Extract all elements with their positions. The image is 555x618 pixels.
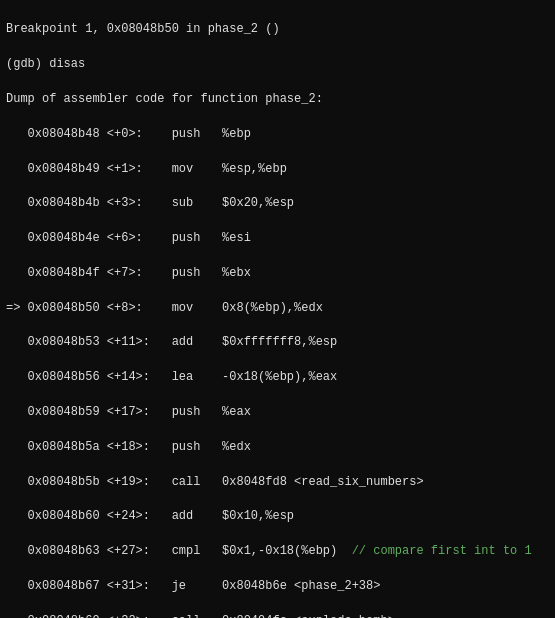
comment-compare: // compare first int to 1 bbox=[352, 544, 532, 558]
asm-line-8: 0x08048b56 <+14>: lea -0x18(%ebp),%eax bbox=[6, 369, 549, 386]
asm-line-5: 0x08048b4f <+7>: push %ebx bbox=[6, 265, 549, 282]
asm-line-7: 0x08048b53 <+11>: add $0xfffffff8,%esp bbox=[6, 334, 549, 351]
dump-header: Dump of assembler code for function phas… bbox=[6, 91, 549, 108]
gdb-disas-command: (gdb) disas bbox=[6, 56, 549, 73]
asm-line-2: 0x08048b49 <+1>: mov %esp,%ebp bbox=[6, 161, 549, 178]
asm-line-10: 0x08048b5a <+18>: push %edx bbox=[6, 439, 549, 456]
breakpoint-line: Breakpoint 1, 0x08048b50 in phase_2 () bbox=[6, 21, 549, 38]
asm-line-15: 0x08048b69 <+33>: call 0x80494fc <explod… bbox=[6, 613, 549, 618]
asm-line-11: 0x08048b5b <+19>: call 0x8048fd8 <read_s… bbox=[6, 474, 549, 491]
asm-line-13: 0x08048b63 <+27>: cmpl $0x1,-0x18(%ebp) … bbox=[6, 543, 549, 560]
asm-line-12: 0x08048b60 <+24>: add $0x10,%esp bbox=[6, 508, 549, 525]
asm-line-9: 0x08048b59 <+17>: push %eax bbox=[6, 404, 549, 421]
asm-line-3: 0x08048b4b <+3>: sub $0x20,%esp bbox=[6, 195, 549, 212]
asm-line-14: 0x08048b67 <+31>: je 0x8048b6e <phase_2+… bbox=[6, 578, 549, 595]
asm-line-1: 0x08048b48 <+0>: push %ebp bbox=[6, 126, 549, 143]
asm-line-4: 0x08048b4e <+6>: push %esi bbox=[6, 230, 549, 247]
terminal: Breakpoint 1, 0x08048b50 in phase_2 () (… bbox=[0, 0, 555, 618]
asm-line-6-arrow: => 0x08048b50 <+8>: mov 0x8(%ebp),%edx bbox=[6, 300, 549, 317]
